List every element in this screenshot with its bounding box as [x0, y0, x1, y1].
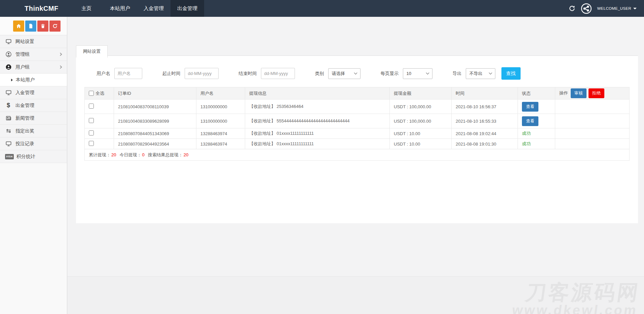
username-cell: 13100000000	[196, 100, 245, 114]
status-badge: 成功	[522, 141, 531, 146]
swap-arrows-icon	[5, 128, 12, 134]
tab-bar: 网站设置	[76, 45, 638, 56]
monitor-icon	[5, 89, 12, 96]
summary-today-value: 0	[142, 152, 144, 157]
username-label: 用户名	[97, 71, 110, 77]
chevron-down-icon	[489, 71, 492, 75]
user-menu[interactable]: WELCOME_USER	[597, 6, 637, 10]
table-row: 210808070844051343069 13288463974 【收款地址】…	[85, 128, 630, 139]
refresh-icon[interactable]	[569, 5, 575, 12]
time-cell: 2021-08-10 16:55:33	[452, 114, 518, 128]
info-cell: 【收款地址】 01xxxx11111111111	[245, 128, 390, 139]
category-label: 类别	[315, 71, 324, 77]
watermark-url: www.dkewl.com	[511, 303, 638, 314]
end-time-label: 结束时间	[239, 71, 257, 77]
start-date-input[interactable]	[185, 68, 219, 79]
start-time-label: 起止时间	[162, 71, 181, 77]
per-page-select-value: 10	[407, 71, 411, 76]
sidebar-item-label: 网站设置	[15, 39, 34, 45]
file-icon	[28, 23, 34, 29]
export-select-value: 不导出	[469, 71, 483, 77]
monitor-icon	[5, 141, 12, 147]
chevron-right-icon	[59, 66, 62, 69]
select-all-checkbox[interactable]	[89, 91, 94, 96]
home-button[interactable]	[13, 21, 24, 32]
tab-site-settings[interactable]: 网站设置	[76, 45, 108, 57]
username-cell: 13288463974	[196, 128, 245, 139]
nav-item-home[interactable]: 主页	[70, 0, 103, 17]
user-menu-label: WELCOME_USER	[597, 6, 631, 10]
sidebar-item-label: 管理组	[15, 51, 30, 57]
sidebar-item-label: 用户组	[15, 64, 30, 70]
sidebar-item-label: 新闻管理	[15, 115, 34, 121]
summary-today-label: 今日提现：	[119, 152, 141, 157]
actions-cell	[555, 128, 630, 139]
search-button[interactable]: 查找	[501, 67, 521, 80]
row-checkbox[interactable]	[89, 104, 94, 109]
user-circle-filled-icon	[5, 64, 12, 71]
sidebar-item-user-group[interactable]: 用户组	[0, 61, 67, 74]
actions-cell	[555, 114, 630, 128]
sidebar-item-bet-records[interactable]: 投注记录	[0, 138, 67, 150]
chevron-down-icon	[354, 71, 357, 75]
reject-button[interactable]: 拒绝	[589, 88, 604, 98]
nav-item-withdraw[interactable]: 出金管理	[171, 0, 204, 17]
sidebar-item-admin-group[interactable]: 管理组	[0, 48, 67, 61]
col-amount: 提现金额	[390, 87, 452, 100]
sidebar-item-site-users[interactable]: 本站用户	[0, 74, 67, 86]
username-input[interactable]	[114, 68, 142, 79]
per-page-select[interactable]: 10	[403, 68, 432, 79]
sidebar-item-label: 积分统计	[16, 154, 35, 160]
chevron-down-icon	[633, 8, 637, 9]
recycle-button[interactable]	[49, 21, 61, 32]
category-select[interactable]: 请选择	[328, 68, 361, 79]
row-checkbox[interactable]	[89, 130, 94, 135]
table-row: 210810040833089628099 13100000000 【收款地址】…	[85, 114, 630, 128]
trash-icon	[40, 23, 46, 29]
sidebar: 网站设置 管理组 用户组 本站用户	[0, 17, 67, 314]
summary-row: 累计提现：20今日提现：0搜索结果总提现：20	[85, 149, 630, 161]
actions-cell	[555, 139, 630, 149]
nav-item-site-users[interactable]: 本站用户	[103, 0, 137, 17]
table-header-row: 全选 订单ID 用户名 提现信息 提现金额 时间 状态 操作审核拒绝	[85, 87, 630, 100]
sidebar-item-label: 本站用户	[16, 77, 35, 83]
main-content: 网站设置 用户名 起止时间 结束时间 类别 请选择	[67, 17, 644, 314]
sidebar-item-label: 入金管理	[15, 90, 34, 96]
amount-cell: USDT : 10.00	[390, 139, 452, 149]
col-order-id: 订单ID	[114, 87, 196, 100]
view-button[interactable]: 查看	[522, 116, 538, 126]
watermark-title: 刀客源码网	[513, 281, 642, 303]
main-nav: 主页 本站用户 入金管理 出金管理	[70, 0, 204, 17]
sidebar-item-site-settings[interactable]: 网站设置	[0, 35, 67, 48]
row-checkbox[interactable]	[89, 141, 94, 146]
brand-logo[interactable]: ThinkCMF	[0, 0, 67, 17]
summary-result-value: 20	[184, 152, 188, 157]
time-cell: 2021-08-08 19:01:30	[452, 139, 518, 149]
nav-item-deposit[interactable]: 入金管理	[137, 0, 171, 17]
file-button[interactable]	[25, 21, 36, 32]
avatar[interactable]	[581, 3, 592, 14]
sidebar-item-withdraw[interactable]: $ 出金管理	[0, 99, 67, 112]
row-checkbox[interactable]	[89, 118, 94, 123]
col-info: 提现信息	[245, 87, 390, 100]
sidebar-item-deposit[interactable]: 入金管理	[0, 86, 67, 99]
approve-button[interactable]: 审核	[571, 88, 586, 98]
table-row: 210808070829044923564 13288463974 【收款地址】…	[85, 139, 630, 149]
sidebar-item-assign-prize[interactable]: 指定出奖	[0, 125, 67, 138]
withdraw-table: 全选 订单ID 用户名 提现信息 提现金额 时间 状态 操作审核拒绝	[84, 87, 630, 161]
sidebar-item-label: 投注记录	[15, 141, 34, 147]
summary-total-value: 20	[111, 152, 116, 157]
table-row: 210810040837008110039 13100000000 【收款地址】…	[85, 100, 630, 114]
user-circle-icon	[5, 51, 12, 58]
watermark: 刀客源码网 www.dkewl.com	[511, 281, 641, 314]
sidebar-item-news[interactable]: 新闻管理	[0, 112, 67, 125]
monitor-icon	[5, 38, 12, 45]
trash-button[interactable]	[37, 21, 48, 32]
recycle-icon	[52, 23, 58, 29]
col-username: 用户名	[196, 87, 245, 100]
end-date-input[interactable]	[261, 68, 295, 79]
export-select[interactable]: 不导出	[466, 68, 495, 79]
sidebar-item-points-stats[interactable]: VISA 积分统计	[0, 150, 67, 163]
navbar-right: WELCOME_USER	[569, 0, 644, 17]
view-button[interactable]: 查看	[522, 102, 538, 112]
